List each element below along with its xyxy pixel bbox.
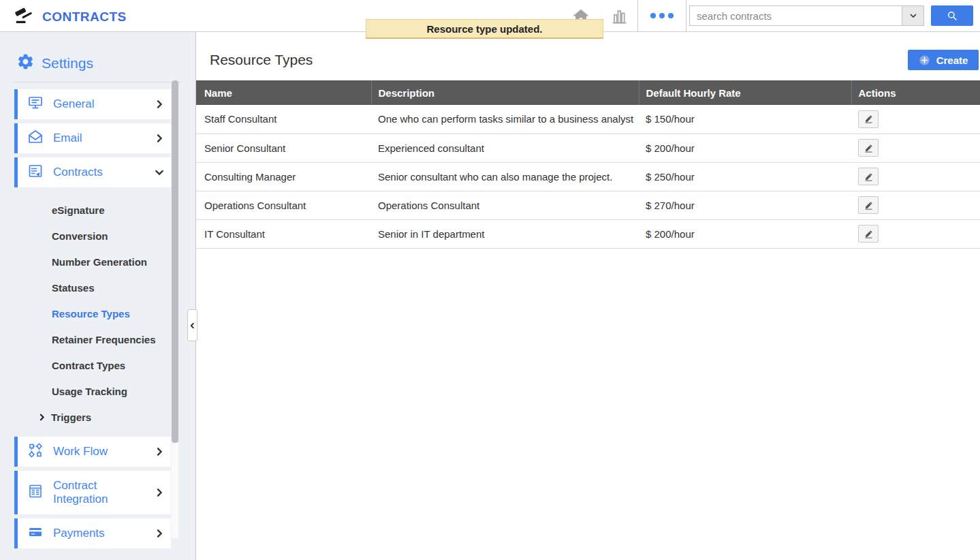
sidebar-item-retainer-frequencies[interactable]: Retainer Frequencies: [14, 326, 195, 352]
gear-icon: [16, 52, 35, 74]
sidebar-item-number-generation[interactable]: Number Generation: [14, 249, 195, 275]
cell-name: IT Consultant: [196, 219, 371, 248]
chevron-down-icon: [154, 167, 165, 178]
sidebar-item-label: Contract Integration: [53, 479, 129, 507]
create-button[interactable]: Create: [908, 50, 979, 70]
notification-text: Resource type updated.: [426, 23, 542, 35]
credit-card-icon: [27, 524, 44, 543]
search-group: [689, 5, 973, 26]
sidebar-item-label: Contracts: [53, 166, 103, 179]
chevron-right-icon: [154, 487, 165, 498]
sidebar-item-contracts[interactable]: Contracts: [14, 157, 171, 187]
contract-doc-icon: [27, 163, 44, 182]
subnav-label: Retainer Frequencies: [52, 334, 156, 345]
cell-rate: $ 150/hour: [639, 105, 851, 134]
table-row: Senior Consultant Experienced consultant…: [196, 134, 980, 162]
resource-types-table: Name Description Default Hourly Rate Act…: [196, 80, 980, 249]
sidebar-item-payments[interactable]: Payments: [14, 518, 171, 548]
cell-description: One who can perform tasks similar to a b…: [371, 105, 639, 134]
topbar-divider: [686, 0, 686, 31]
sidebar-item-resource-types[interactable]: Resource Types: [14, 300, 195, 326]
sidebar-item-contract-types[interactable]: Contract Types: [14, 352, 195, 378]
sidebar-scrollbar-thumb[interactable]: [172, 80, 178, 443]
sidebar-item-general[interactable]: General: [14, 89, 171, 119]
subnav-label: Number Generation: [52, 256, 147, 268]
settings-title: Settings: [42, 55, 93, 72]
settings-nav: General Email: [0, 89, 195, 548]
sidebar-item-conversion[interactable]: Conversion: [14, 223, 195, 249]
sidebar-item-work-flow[interactable]: Work Flow: [14, 437, 171, 467]
edit-button[interactable]: [858, 139, 879, 157]
cell-rate: $ 250/hour: [639, 162, 851, 191]
settings-sidebar: Settings General: [0, 32, 196, 560]
table-header-row: Name Description Default Hourly Rate Act…: [196, 80, 980, 105]
sidebar-item-email[interactable]: Email: [14, 123, 171, 153]
chevron-right-icon: [154, 99, 165, 110]
bar-chart-icon[interactable]: [609, 6, 629, 25]
cell-description: Senior in IT department: [371, 219, 639, 248]
search-input[interactable]: [689, 5, 902, 26]
edit-pencil-icon: [864, 143, 874, 153]
sidebar-item-esignature[interactable]: eSignature: [14, 197, 195, 223]
table-row: Operations Consultant Operations Consult…: [196, 191, 980, 219]
subnav-label: Resource Types: [52, 308, 130, 320]
table-row: Consulting Manager Senior consultant who…: [196, 162, 980, 191]
sidebar-item-label: General: [53, 97, 94, 111]
chevron-down-icon: [908, 12, 919, 20]
table-row: Staff Consultant One who can perform tas…: [196, 105, 980, 134]
sidebar-item-contract-integration[interactable]: Contract Integration: [14, 471, 171, 514]
sidebar-item-label: Email: [53, 131, 82, 145]
sidebar-item-label: Payments: [53, 527, 105, 540]
chevron-left-icon: [189, 321, 196, 330]
chevron-right-icon: [154, 133, 165, 144]
edit-pencil-icon: [864, 172, 874, 182]
subnav-label: Usage Tracking: [52, 386, 127, 397]
sidebar-item-triggers[interactable]: Triggers: [14, 404, 195, 430]
overflow-dots-icon[interactable]: [638, 13, 686, 18]
cell-rate: $ 200/hour: [639, 134, 851, 162]
sidebar-item-label: Work Flow: [53, 445, 108, 458]
subnav-label: Statuses: [52, 282, 95, 294]
column-header-description: Description: [371, 80, 639, 105]
monitor-icon: [27, 95, 44, 114]
edit-button[interactable]: [858, 225, 879, 243]
edit-pencil-icon: [864, 200, 874, 211]
sidebar-collapse-handle[interactable]: [187, 309, 197, 341]
search-icon: [946, 10, 958, 22]
column-header-actions: Actions: [851, 80, 980, 105]
cell-description: Operations Consultant: [371, 191, 639, 219]
edit-button[interactable]: [858, 168, 879, 185]
cell-name: Consulting Manager: [196, 162, 371, 191]
app-logo[interactable]: CONTRACTS: [12, 5, 127, 29]
cell-name: Senior Consultant: [196, 134, 371, 162]
integration-icon: [27, 483, 44, 502]
envelope-icon: [27, 129, 44, 148]
create-button-label: Create: [936, 55, 968, 66]
cell-description: Experienced consultant: [371, 134, 639, 162]
page-title: Resource Types: [210, 52, 313, 68]
search-scope-dropdown[interactable]: [902, 5, 924, 26]
sidebar-scrollbar-track[interactable]: [172, 80, 178, 538]
plus-circle-icon: [919, 55, 930, 66]
table-row: IT Consultant Senior in IT department $ …: [196, 219, 980, 248]
edit-button[interactable]: [858, 196, 879, 214]
search-button[interactable]: [931, 5, 973, 26]
main-content: Resource Types Create Name Description D…: [196, 32, 980, 560]
cell-name: Staff Consultant: [196, 105, 371, 134]
edit-pencil-icon: [864, 114, 874, 124]
subnav-label: Triggers: [51, 411, 91, 423]
cell-name: Operations Consultant: [196, 191, 371, 219]
column-header-default-hourly-rate: Default Hourly Rate: [639, 80, 851, 105]
edit-pencil-icon: [864, 229, 874, 239]
edit-button[interactable]: [858, 110, 879, 128]
subnav-label: Conversion: [52, 230, 108, 242]
chevron-right-icon: [37, 413, 46, 422]
sidebar-separator: [14, 82, 182, 82]
gavel-icon: [12, 5, 35, 29]
cell-description: Senior consultant who can also manage th…: [371, 162, 639, 191]
cell-rate: $ 270/hour: [639, 191, 851, 219]
sidebar-item-statuses[interactable]: Statuses: [14, 275, 195, 300]
sidebar-item-usage-tracking[interactable]: Usage Tracking: [14, 378, 195, 404]
settings-header: Settings: [0, 32, 195, 74]
cell-rate: $ 200/hour: [639, 219, 851, 248]
